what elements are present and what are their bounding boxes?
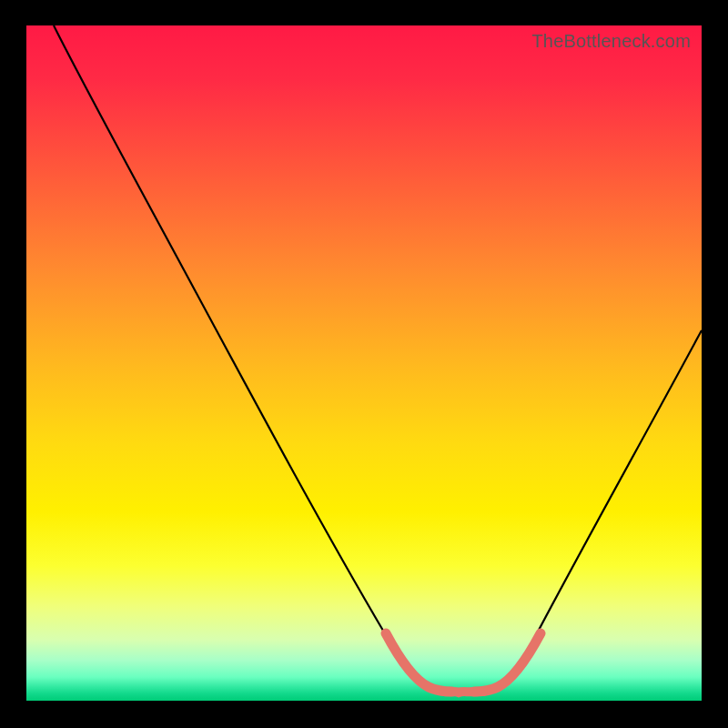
watermark-text: TheBottleneck.com: [531, 31, 691, 52]
chart-svg: [26, 25, 702, 701]
floor-accent-right: [474, 633, 541, 692]
plot-area: TheBottleneck.com: [26, 25, 702, 701]
floor-accent-left: [386, 633, 452, 692]
bottleneck-curve: [54, 25, 702, 691]
floor-accent-mid: [444, 692, 483, 693]
